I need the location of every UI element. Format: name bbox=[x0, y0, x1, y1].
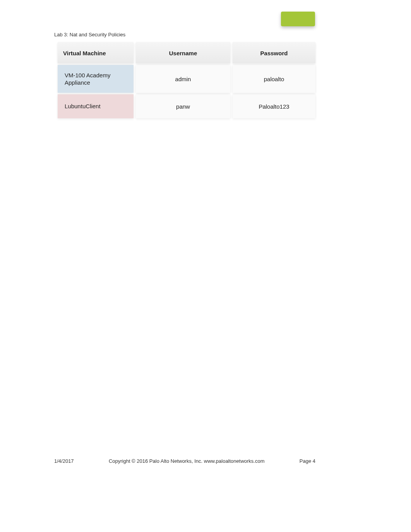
table-header-row: Virtual Machine Username Password bbox=[57, 42, 317, 64]
cell-username: panw bbox=[136, 94, 230, 118]
page-title: Lab 3: Nat and Security Policies bbox=[54, 32, 125, 38]
page-footer: 1/4/2017 Copyright © 2016 Palo Alto Netw… bbox=[54, 458, 315, 464]
credentials-table: Virtual Machine Username Password VM-100… bbox=[57, 42, 317, 119]
cell-vm-text: LubuntuClient bbox=[65, 102, 101, 110]
footer-date: 1/4/2017 bbox=[54, 458, 74, 464]
cell-password: paloalto bbox=[233, 65, 315, 93]
table-row: VM-100 Academy Appliance admin paloalto bbox=[57, 64, 317, 94]
cell-vm: LubuntuClient bbox=[58, 94, 134, 118]
cell-password: Paloalto123 bbox=[233, 94, 315, 118]
header-button bbox=[281, 12, 315, 26]
footer-page-number: Page 4 bbox=[300, 458, 315, 464]
cell-username: admin bbox=[136, 65, 230, 93]
column-header-username: Username bbox=[136, 43, 230, 63]
footer-copyright: Copyright © 2016 Palo Alto Networks, Inc… bbox=[74, 458, 300, 464]
column-header-vm: Virtual Machine bbox=[58, 43, 134, 63]
table-row: LubuntuClient panw Paloalto123 bbox=[57, 94, 317, 119]
column-header-password: Password bbox=[233, 43, 315, 63]
cell-vm-text: VM-100 Academy Appliance bbox=[65, 72, 127, 87]
cell-vm: VM-100 Academy Appliance bbox=[58, 65, 134, 93]
